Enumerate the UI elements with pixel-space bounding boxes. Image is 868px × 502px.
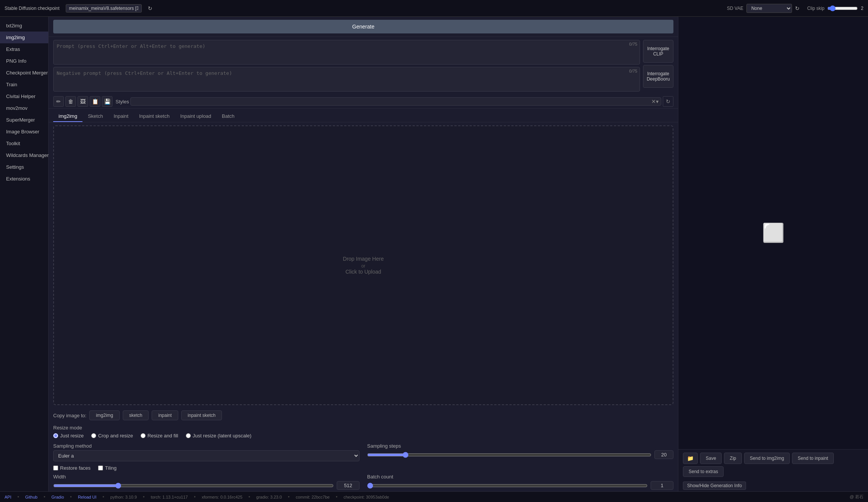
sidebar-item-png-info[interactable]: PNG Info <box>0 55 48 67</box>
sampling-steps-slider[interactable] <box>367 452 651 458</box>
tab-inpaint-upload[interactable]: Inpaint upload <box>175 111 217 122</box>
sidebar-item-mov2mov[interactable]: mov2mov <box>0 102 48 114</box>
checkpoint-refresh-button[interactable]: ↻ <box>148 5 152 11</box>
sidebar-item-supermerger[interactable]: SuperMerger <box>0 114 48 126</box>
positive-prompt-wrapper: 0/75 <box>53 40 640 65</box>
right-panel-folder-button[interactable]: 📁 <box>683 453 698 464</box>
tab-img2img[interactable]: img2img <box>53 111 82 122</box>
right-panel-send-to-img2img-button[interactable]: Send to img2img <box>744 453 790 464</box>
styles-toolbar: ✏ 🗑 🖼 📋 💾 Styles ✕ ▾ ↻ <box>49 95 678 109</box>
sd-vae-label: SD VAE <box>727 6 743 11</box>
copy-to-sketch-button[interactable]: sketch <box>123 410 149 420</box>
sidebar-item-wildcards-manager[interactable]: Wildcards Manager <box>0 149 48 161</box>
sidebar-item-extras[interactable]: Extras <box>0 43 48 55</box>
negative-prompt-input[interactable] <box>54 67 640 90</box>
batch-count-label: Batch count <box>367 474 673 480</box>
right-panel-toolbar: 📁 Save Zip Send to img2img Send to inpai… <box>678 449 868 480</box>
batch-count-value[interactable] <box>651 481 673 490</box>
width-row <box>53 481 360 490</box>
positive-prompt-counter: 0/75 <box>629 42 637 46</box>
sampling-steps-label: Sampling steps <box>367 443 673 449</box>
interrogate-clip-button[interactable]: Interrogate CLIP <box>643 40 673 63</box>
sampling-method-select[interactable]: Euler a Euler LMS Heun DPM2 DPM++ 2M DDI… <box>53 450 360 461</box>
show-gen-info-button[interactable]: Show/Hide Generation Info <box>683 481 746 490</box>
right-panel-zip-button[interactable]: Zip <box>724 453 742 464</box>
styles-refresh-button[interactable]: ↻ <box>663 96 673 107</box>
clip-skip-section: Clip skip 2 <box>807 5 863 11</box>
status-bar: API • Github • Gradio • Reload UI • pyth… <box>0 491 868 502</box>
width-label: Width <box>53 474 360 480</box>
copy-to-inpaint-button[interactable]: inpaint <box>152 410 178 420</box>
toolbar-copy-icon[interactable]: 📋 <box>90 96 100 107</box>
sampling-method-label: Sampling method <box>53 443 360 449</box>
image-upload-area[interactable]: Drop Image Here or Click to Upload <box>53 125 673 405</box>
negative-prompt-wrapper: 0/75 <box>53 67 640 92</box>
sidebar-item-civitai-helper[interactable]: Civitai Helper <box>0 90 48 102</box>
right-panel-placeholder-icon: ⬜ <box>762 222 785 244</box>
top-bar-right: SD VAE None ↻ Clip skip 2 <box>727 4 863 13</box>
batch-count-row <box>367 481 673 490</box>
resize-just-resize[interactable]: Just resize <box>53 433 84 439</box>
generate-button[interactable]: Generate <box>53 20 673 33</box>
width-wrapper: Width <box>53 474 360 490</box>
sidebar-item-img2img[interactable]: img2img <box>0 32 48 43</box>
width-slider[interactable] <box>53 483 334 489</box>
sidebar-item-extensions[interactable]: Extensions <box>0 173 48 185</box>
batch-count-slider[interactable] <box>367 483 648 489</box>
width-value[interactable] <box>337 481 360 490</box>
copy-image-section: Copy image to: img2img sketch inpaint in… <box>49 408 678 423</box>
resize-resize-and-fill[interactable]: Resize and fill <box>141 433 178 439</box>
positive-prompt-input[interactable] <box>54 40 640 63</box>
batch-count-wrapper: Batch count <box>367 474 673 490</box>
sidebar-item-toolkit[interactable]: Toolkit <box>0 138 48 149</box>
status-commit: commit: 22bcc7be <box>296 495 329 499</box>
restore-faces-checkbox-wrapper[interactable]: Restore faces <box>53 465 90 471</box>
tiling-checkbox-wrapper[interactable]: Tiling <box>98 465 117 471</box>
copy-to-inpaint-sketch-button[interactable]: inpaint sketch <box>181 410 222 420</box>
sampling-steps-value[interactable] <box>654 450 673 459</box>
sidebar-item-settings[interactable]: Settings <box>0 161 48 173</box>
status-gradio-version: gradio: 3.23.0 <box>256 495 282 499</box>
restore-faces-checkbox[interactable] <box>53 466 58 470</box>
status-reload-ui[interactable]: Reload UI <box>78 495 97 499</box>
tab-inpaint-sketch[interactable]: Inpaint sketch <box>134 111 175 122</box>
clip-skip-slider[interactable] <box>827 5 858 11</box>
prompt-right: Interrogate CLIP Interrogate DeepBooru <box>643 40 673 92</box>
sidebar-item-train[interactable]: Train <box>0 79 48 90</box>
toolbar-edit-icon[interactable]: ✏ <box>53 96 64 107</box>
sd-vae-select[interactable]: None <box>746 4 792 13</box>
checkpoint-label: Stable Diffusion checkpoint <box>5 6 60 11</box>
checkpoint-input[interactable] <box>66 4 142 13</box>
right-panel-send-to-extras-button[interactable]: Send to extras <box>683 466 724 477</box>
copy-image-label: Copy image to: <box>53 413 86 418</box>
sidebar-item-image-browser[interactable]: Image Browser <box>0 126 48 138</box>
prompt-area: 0/75 0/75 Interrogate CLIP Interrogate D… <box>49 37 678 95</box>
tab-batch[interactable]: Batch <box>217 111 240 122</box>
tab-inpaint[interactable]: Inpaint <box>108 111 134 122</box>
sidebar-item-checkpoint-merger[interactable]: Checkpoint Merger <box>0 67 48 79</box>
toolbar-save-icon[interactable]: 💾 <box>102 96 112 107</box>
tiling-checkbox[interactable] <box>98 466 103 470</box>
right-panel-send-to-inpaint-button[interactable]: Send to inpaint <box>792 453 834 464</box>
sd-vae-refresh-button[interactable]: ↻ <box>795 5 800 11</box>
status-xformers: xformers: 0.0.16rc425 <box>202 495 242 499</box>
right-panel-save-button[interactable]: Save <box>700 453 722 464</box>
steps-row <box>367 450 673 459</box>
resize-just-resize-latent[interactable]: Just resize (latent upscale) <box>186 433 252 439</box>
tiling-label: Tiling <box>105 465 117 471</box>
status-api[interactable]: API <box>5 495 11 499</box>
interrogate-deepbooru-button[interactable]: Interrogate DeepBooru <box>643 65 673 88</box>
copy-to-img2img-button[interactable]: img2img <box>89 410 119 420</box>
status-gradio[interactable]: Gradio <box>51 495 64 499</box>
toolbar-image-icon[interactable]: 🖼 <box>78 96 88 107</box>
styles-dropdown-button[interactable]: ▾ <box>656 98 659 105</box>
resize-crop-and-resize[interactable]: Crop and resize <box>91 433 133 439</box>
center-content: Generate 0/75 0/75 <box>49 17 678 491</box>
styles-input[interactable] <box>133 99 651 105</box>
status-github[interactable]: Github <box>25 495 37 499</box>
sidebar-item-txt2img[interactable]: txt2img <box>0 20 48 32</box>
styles-label: Styles <box>116 99 129 105</box>
styles-clear-button[interactable]: ✕ <box>651 98 656 105</box>
tab-sketch[interactable]: Sketch <box>82 111 108 122</box>
toolbar-delete-icon[interactable]: 🗑 <box>65 96 76 107</box>
